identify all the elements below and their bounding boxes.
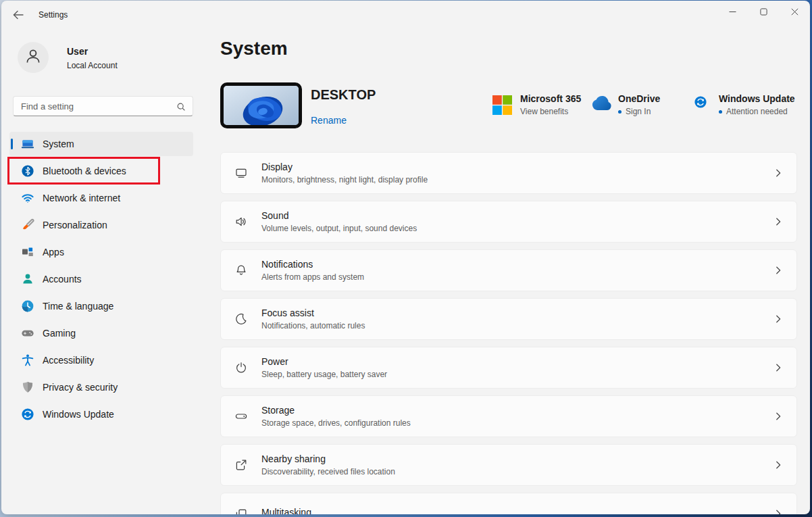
settings-row-sound[interactable]: Sound Volume levels, output, input, soun… <box>220 201 797 243</box>
titlebar[interactable]: Settings <box>1 1 810 28</box>
sidebar-item-privacy-and-security[interactable]: Privacy & security <box>9 375 193 399</box>
power-icon <box>234 361 248 374</box>
settings-row-multitasking[interactable]: Multitasking <box>220 493 797 514</box>
maximize-button[interactable] <box>748 1 779 24</box>
storage-icon <box>234 410 248 423</box>
minimize-icon <box>729 7 736 18</box>
onedrive-cloud-icon <box>588 93 611 116</box>
sidebar-item-system[interactable]: System <box>9 132 193 156</box>
settings-row-power[interactable]: Power Sleep, battery usage, battery save… <box>220 347 797 389</box>
settings-row-focus-assist[interactable]: Focus assist Notifications, automatic ru… <box>220 298 797 340</box>
page-title: System <box>220 38 288 59</box>
chevron-right-icon <box>773 266 783 275</box>
search-box <box>13 96 193 116</box>
maximize-icon <box>760 7 767 18</box>
settings-row-display[interactable]: Display Monitors, brightness, night ligh… <box>220 152 797 194</box>
person-icon <box>24 47 42 68</box>
close-button[interactable] <box>779 1 810 24</box>
sidebar-item-bluetooth-and-devices[interactable]: Bluetooth & devices <box>9 159 193 183</box>
search-input[interactable] <box>14 97 193 116</box>
device-thumbnail <box>220 82 302 128</box>
settings-window: Settings User Local Account System Bluet… <box>1 1 810 514</box>
settings-row-storage[interactable]: Storage Storage space, drives, configura… <box>220 395 797 437</box>
sound-icon <box>234 215 248 228</box>
personalization-icon <box>21 218 34 232</box>
sidebar-item-network-and-internet[interactable]: Network & internet <box>9 186 193 210</box>
settings-list: Display Monitors, brightness, night ligh… <box>220 152 797 514</box>
back-button[interactable] <box>12 9 24 20</box>
sidebar-item-time-and-language[interactable]: Time & language <box>9 294 193 318</box>
window-controls <box>717 1 810 24</box>
privacy-security-icon <box>21 380 34 394</box>
sidebar-nav: System Bluetooth & devices Network & int… <box>9 132 193 429</box>
nearby-sharing-icon <box>234 458 248 472</box>
window-title: Settings <box>39 10 68 20</box>
sidebar-item-windows-update[interactable]: Windows Update <box>9 402 193 426</box>
focus-assist-icon <box>234 312 248 326</box>
multitasking-icon <box>234 507 248 514</box>
windows-update-icon <box>689 93 712 116</box>
status-card-microsoft-365[interactable]: Microsoft 365 View benefits <box>490 93 581 116</box>
sidebar-item-apps[interactable]: Apps <box>9 240 193 264</box>
accessibility-icon <box>21 353 34 367</box>
status-card-windows-update[interactable]: Windows Update Attention needed <box>689 93 795 116</box>
chevron-right-icon <box>773 168 783 178</box>
minimize-button[interactable] <box>717 1 748 24</box>
display-icon <box>234 166 248 180</box>
sidebar-item-accessibility[interactable]: Accessibility <box>9 348 193 372</box>
sidebar-item-accounts[interactable]: Accounts <box>9 267 193 291</box>
selected-indicator <box>11 139 13 149</box>
system-icon <box>21 137 34 151</box>
account-type-label: Local Account <box>67 61 118 70</box>
close-icon <box>791 7 798 18</box>
network-icon <box>21 191 34 205</box>
status-card-onedrive[interactable]: OneDrive Sign In <box>588 93 660 116</box>
chevron-right-icon <box>773 363 783 372</box>
settings-row-nearby-sharing[interactable]: Nearby sharing Discoverability, received… <box>220 444 797 486</box>
search-icon <box>176 102 186 112</box>
status-dot <box>719 110 722 114</box>
microsoft-logo-icon <box>490 93 513 116</box>
chevron-right-icon <box>773 460 783 470</box>
chevron-right-icon <box>773 509 783 514</box>
status-dot <box>618 110 621 114</box>
windows-update-icon <box>21 408 34 421</box>
sidebar-item-gaming[interactable]: Gaming <box>9 321 193 345</box>
user-name: User <box>67 46 88 57</box>
notifications-icon <box>234 264 248 277</box>
accounts-icon <box>21 272 34 286</box>
back-arrow-icon <box>12 11 24 22</box>
chevron-right-icon <box>773 412 783 421</box>
rename-link[interactable]: Rename <box>311 115 347 126</box>
device-name: DESKTOP <box>311 87 376 103</box>
chevron-right-icon <box>773 314 783 324</box>
gaming-icon <box>21 326 34 340</box>
bluetooth-icon <box>21 164 34 178</box>
chevron-right-icon <box>773 217 783 226</box>
sidebar-item-personalization[interactable]: Personalization <box>9 213 193 237</box>
time-language-icon <box>21 299 34 313</box>
settings-row-notifications[interactable]: Notifications Alerts from apps and syste… <box>220 249 797 291</box>
apps-icon <box>21 245 34 259</box>
avatar[interactable] <box>18 42 49 73</box>
